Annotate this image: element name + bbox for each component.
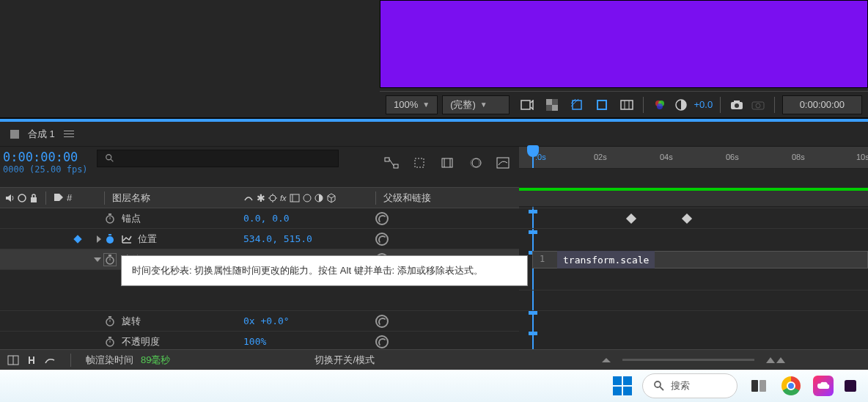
zoom-dropdown[interactable]: 100% ▼: [386, 95, 438, 114]
composition-tab-bar: 合成 1: [0, 122, 868, 147]
pickwhip-icon[interactable]: [375, 315, 389, 328]
label-icon[interactable]: [54, 193, 64, 203]
transparency-grid-icon[interactable]: [543, 96, 561, 114]
windows-search[interactable]: 搜索: [642, 373, 738, 398]
frame-blend-icon[interactable]: [438, 154, 456, 172]
draft-3d-icon[interactable]: [411, 154, 428, 172]
pickwhip-icon[interactable]: [375, 335, 389, 348]
layer-name-header[interactable]: 图层名称: [104, 191, 243, 205]
stopwatch-icon[interactable]: [104, 254, 116, 266]
layer-search-input[interactable]: [97, 150, 339, 167]
toggle-modes-icon[interactable]: [26, 355, 37, 365]
chrome-icon[interactable]: [780, 375, 802, 397]
keyframe-next-icon[interactable]: [97, 235, 101, 243]
composition-name[interactable]: 合成 1: [28, 128, 55, 141]
3d-layer-icon[interactable]: [326, 193, 336, 203]
graph-icon[interactable]: [122, 235, 132, 244]
property-value[interactable]: 0x +0.0°: [243, 315, 375, 326]
track-opacity[interactable]: [519, 290, 868, 311]
svg-point-29: [18, 194, 26, 202]
grid-guide-icon[interactable]: [618, 96, 636, 114]
stopwatch-tooltip: 时间变化秒表: 切换属性随时间更改的能力。按住 Alt 键并单击: 添加或移除表…: [121, 255, 528, 286]
ruler-tick: 04s: [660, 153, 673, 161]
toggle-switches-icon[interactable]: [7, 355, 19, 365]
panel-menu-icon[interactable]: [64, 131, 74, 137]
property-row-rotation[interactable]: 旋转 0x +0.0°: [0, 311, 519, 332]
resolution-dropdown[interactable]: (完整) ▼: [442, 95, 510, 114]
svg-rect-20: [385, 158, 389, 161]
fast-preview-icon[interactable]: [518, 96, 536, 114]
property-row-position[interactable]: 位置 534.0, 515.0: [0, 229, 519, 249]
stopwatch-icon[interactable]: [104, 213, 116, 224]
creative-cloud-icon[interactable]: [812, 375, 834, 397]
zoom-in-icon[interactable]: [766, 357, 785, 363]
show-snapshot-icon[interactable]: [749, 96, 766, 114]
parent-link-header[interactable]: 父级和链接: [375, 191, 431, 205]
snapshot-icon[interactable]: [728, 96, 745, 114]
property-name: 旋转: [122, 315, 141, 328]
playhead-head-icon[interactable]: [527, 145, 539, 157]
stopwatch-icon[interactable]: [104, 233, 116, 245]
cti-notch: [529, 230, 537, 234]
expand-arrow-icon[interactable]: [94, 257, 101, 262]
channel-icon[interactable]: [651, 96, 668, 114]
keyframe-nav-diamond[interactable]: [73, 235, 81, 243]
fx-star-icon[interactable]: ✱: [257, 192, 265, 204]
property-value[interactable]: 100%: [243, 336, 375, 347]
lock-icon[interactable]: [29, 193, 38, 203]
mask-visibility-icon[interactable]: [568, 96, 586, 114]
pickwhip-icon[interactable]: [375, 233, 389, 246]
render-time-icon[interactable]: [44, 356, 56, 365]
zoom-out-icon[interactable]: [602, 358, 611, 362]
composition-viewer[interactable]: [380, 0, 868, 88]
track-area[interactable]: 1 transform.scale: [519, 188, 868, 357]
timeline-zoom-control[interactable]: [519, 357, 868, 363]
time-ruler[interactable]: :0s 02s 04s 06s 08s 10s: [519, 147, 868, 169]
stopwatch-icon[interactable]: [104, 336, 116, 348]
fx-header-icon[interactable]: fx: [280, 194, 287, 202]
adjustment-icon[interactable]: [315, 194, 323, 202]
current-time-block[interactable]: 0:00:00:00 0000 (25.00 fps): [0, 147, 97, 187]
expression-code[interactable]: transform.scale: [557, 251, 655, 268]
exposure-value[interactable]: +0.0: [694, 99, 713, 110]
svg-point-43: [106, 236, 114, 244]
property-value[interactable]: 0.0, 0.0: [243, 213, 375, 224]
property-value[interactable]: 534.0, 515.0: [243, 233, 375, 244]
svg-rect-21: [394, 164, 398, 168]
track-position[interactable]: [519, 208, 868, 229]
panel-divider[interactable]: [0, 117, 868, 122]
zoom-slider[interactable]: [622, 359, 754, 361]
current-timecode[interactable]: 0:00:00:00: [3, 150, 97, 164]
index-header: #: [67, 192, 72, 203]
graph-editor-icon[interactable]: [494, 154, 512, 172]
solo-icon[interactable]: [18, 194, 26, 202]
comp-flowchart-icon[interactable]: [383, 154, 400, 172]
stopwatch-icon[interactable]: [104, 315, 116, 327]
frame-blend-header-icon[interactable]: [290, 194, 300, 202]
svg-rect-15: [734, 100, 740, 103]
svg-point-18: [106, 155, 111, 160]
track-rotation[interactable]: [519, 270, 868, 290]
pickwhip-icon[interactable]: [375, 212, 389, 225]
audio-icon[interactable]: [4, 193, 15, 203]
property-row-anchor[interactable]: 锚点 0.0, 0.0: [0, 208, 519, 229]
keyframe-diamond[interactable]: [626, 213, 636, 224]
task-view-icon[interactable]: [748, 375, 770, 397]
app-icon[interactable]: [845, 375, 856, 397]
exposure-icon[interactable]: [672, 96, 689, 114]
region-of-interest-icon[interactable]: [593, 96, 611, 114]
motion-blur-icon[interactable]: [466, 154, 484, 172]
svg-rect-4: [573, 100, 581, 109]
windows-start-button[interactable]: [613, 376, 632, 395]
svg-rect-23: [442, 158, 452, 167]
motion-blur-header-icon[interactable]: [303, 194, 312, 202]
shy-icon[interactable]: [243, 193, 254, 203]
toggle-switches-modes-button[interactable]: 切换开关/模式: [300, 354, 389, 367]
preview-time-display[interactable]: 0:00:00:00: [782, 95, 862, 114]
keyframe-diamond[interactable]: [682, 213, 692, 224]
track-anchor[interactable]: [519, 188, 868, 208]
collapse-icon[interactable]: [268, 194, 277, 202]
playhead[interactable]: [532, 147, 534, 168]
svg-line-57: [660, 387, 663, 390]
windows-taskbar: 搜索: [0, 370, 868, 402]
